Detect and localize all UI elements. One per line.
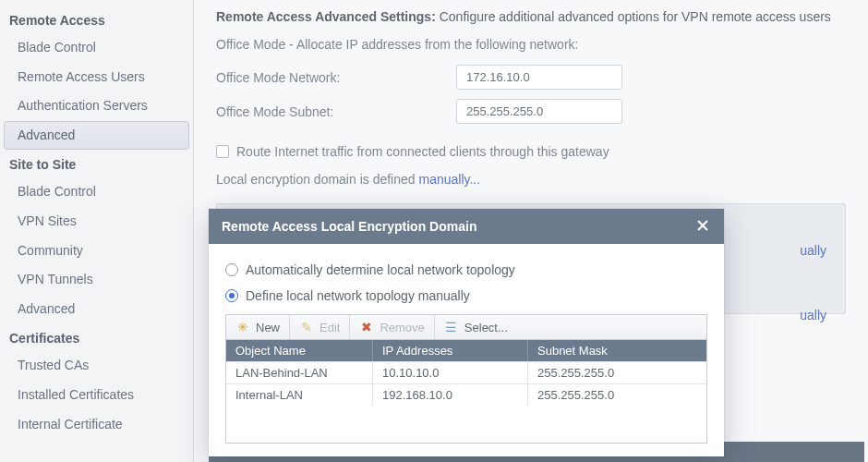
local-encryption-line: Local encryption domain is defined manua… [216,172,846,187]
new-icon: ✳ [235,320,250,334]
edit-icon: ✎ [299,320,314,334]
radio-manual-topology-label: Define local network topology manually [246,288,470,303]
select-button-label: Select... [464,321,508,334]
cell-object-name: LAN-Behind-LAN [226,362,372,383]
cell-mask: 255.255.255.0 [527,384,706,406]
office-network-input[interactable] [456,65,622,90]
sidebar-item-installed-certificates[interactable]: Installed Certificates [4,381,189,410]
page-heading-text: Configure additional advanced options fo… [436,9,831,24]
cell-mask: 255.255.255.0 [527,362,706,383]
sidebar-item-blade-control-s2s[interactable]: Blade Control [4,177,189,207]
new-button[interactable]: ✳ New [226,315,290,339]
sidebar-group-certificates: Certificates [0,323,193,351]
page-heading-bold: Remote Access Advanced Settings: [216,9,436,24]
col-subnet-mask[interactable]: Subnet Mask [527,340,706,361]
radio-auto-topology[interactable] [225,263,238,276]
remove-button[interactable]: ✖ Remove [350,315,434,339]
new-button-label: New [256,321,280,334]
bg-link-1[interactable]: ually [800,243,826,258]
radio-manual-topology[interactable] [225,289,238,302]
sidebar: Remote Access Blade Control Remote Acces… [0,0,194,462]
cell-ip: 10.10.10.0 [372,362,527,383]
table-row[interactable]: LAN-Behind-LAN 10.10.10.0 255.255.255.0 [226,361,706,383]
remove-icon: ✖ [359,320,374,334]
col-object-name[interactable]: Object Name [226,340,372,361]
office-subnet-input[interactable] [456,99,622,124]
office-subnet-label: Office Mode Subnet: [216,104,456,119]
select-icon: ☰ [444,320,459,334]
dialog-title: Remote Access Local Encryption Domain [222,219,476,234]
sidebar-item-vpn-sites[interactable]: VPN Sites [4,207,189,237]
col-ip-addresses[interactable]: IP Addresses [372,340,527,361]
local-encryption-prefix: Local encryption domain is defined [216,172,418,187]
sidebar-group-site-to-site: Site to Site [0,150,193,177]
sidebar-item-trusted-cas[interactable]: Trusted CAs [4,351,189,381]
table-row[interactable]: Internal-LAN 192.168.10.0 255.255.255.0 [226,383,706,406]
bg-link-2[interactable]: ually [800,308,826,322]
sidebar-item-advanced-s2s[interactable]: Advanced [4,295,189,324]
sidebar-item-community[interactable]: Community [4,237,189,266]
select-button[interactable]: ☰ Select... [435,315,517,339]
local-encryption-manually-link[interactable]: manually... [418,172,480,187]
office-mode-description: Office Mode - Allocate IP addresses from… [216,37,846,52]
remove-button-label: Remove [380,321,424,334]
cell-object-name: Internal-LAN [226,384,372,406]
object-toolbar: ✳ New ✎ Edit ✖ Remove ☰ Select... [225,314,707,340]
sidebar-item-remote-access-users[interactable]: Remote Access Users [4,63,189,92]
cell-ip: 192.168.10.0 [372,384,527,406]
route-internet-label: Route Internet traffic from connected cl… [236,144,609,159]
sidebar-item-blade-control[interactable]: Blade Control [4,33,189,63]
objects-table: Object Name IP Addresses Subnet Mask LAN… [225,340,707,444]
sidebar-item-advanced-ra[interactable]: Advanced [4,121,189,151]
sidebar-group-remote-access: Remote Access [0,6,193,33]
sidebar-item-vpn-tunnels[interactable]: VPN Tunnels [4,265,189,295]
close-icon[interactable] [694,218,711,235]
encryption-domain-dialog: Remote Access Local Encryption Domain Au… [209,209,724,456]
radio-auto-topology-label: Automatically determine local network to… [246,262,515,277]
sidebar-item-internal-certificate[interactable]: Internal Certificate [4,410,189,440]
office-network-label: Office Mode Network: [216,70,456,85]
edit-button-label: Edit [319,321,340,334]
edit-button[interactable]: ✎ Edit [290,315,350,339]
route-internet-checkbox[interactable] [216,145,229,158]
page-heading: Remote Access Advanced Settings: Configu… [216,9,846,24]
sidebar-item-authentication-servers[interactable]: Authentication Servers [4,91,189,121]
